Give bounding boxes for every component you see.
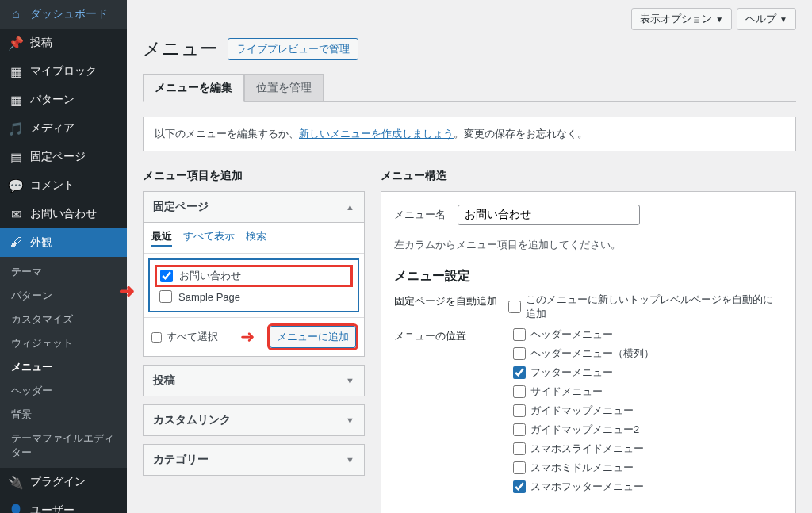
- tab-manage-locations[interactable]: 位置を管理: [244, 74, 324, 102]
- appearance-submenu: テーマ パターン カスタマイズ ウィジェット メニュー ヘッダー 背景 テーマフ…: [0, 257, 127, 468]
- sidebar-item-comments[interactable]: 💬コメント: [0, 171, 127, 200]
- page-item-sample[interactable]: Sample Page: [155, 287, 353, 306]
- sidebar-item-contact[interactable]: ✉お問い合わせ: [0, 200, 127, 228]
- acc-title: 固定ページ: [153, 200, 209, 214]
- subtab-recent[interactable]: 最近: [151, 229, 172, 247]
- submenu-patterns[interactable]: パターン: [0, 284, 127, 308]
- page-list: お問い合わせ Sample Page: [148, 258, 359, 312]
- screen-options-button[interactable]: 表示オプション▼: [631, 8, 732, 30]
- location-text: ヘッダーメニュー（横列）: [530, 346, 654, 361]
- mail-icon: ✉: [8, 206, 24, 222]
- sidebar-item-appearance[interactable]: 🖌外観: [0, 228, 127, 257]
- tab-edit-menus[interactable]: メニューを編集: [143, 74, 244, 102]
- location-item[interactable]: スマホミドルメニュー: [513, 461, 654, 475]
- sidebar-label: ダッシュボード: [30, 7, 108, 21]
- location-item[interactable]: フッターメニュー: [513, 366, 654, 380]
- live-preview-button[interactable]: ライブプレビューで管理: [228, 38, 358, 60]
- menu-structure-panel: メニュー名 左カラムからメニュー項目を追加してください。 メニュー設定 固定ペー…: [381, 191, 796, 513]
- subtab-all[interactable]: すべて表示: [183, 229, 235, 247]
- caret-down-icon: ▼: [346, 415, 354, 425]
- sidebar-item-myblocks[interactable]: ▦マイブロック: [0, 57, 127, 86]
- sidebar-label: お問い合わせ: [30, 207, 97, 221]
- sidebar-label: メディア: [30, 121, 75, 136]
- create-menu-link[interactable]: 新しいメニューを作成しましょう: [299, 128, 454, 140]
- sidebar-label: 固定ページ: [30, 150, 86, 164]
- submenu-widgets[interactable]: ウィジェット: [0, 331, 127, 355]
- select-all[interactable]: すべて選択: [151, 330, 218, 344]
- auto-add-label: 固定ページを自動追加: [394, 293, 500, 308]
- notice-text: 以下のメニューを編集するか、: [155, 128, 299, 140]
- location-checkbox[interactable]: [513, 347, 526, 360]
- page-title: メニュー: [143, 36, 218, 61]
- accordion-head-pages[interactable]: 固定ページ ▲: [144, 192, 364, 223]
- submenu-background[interactable]: 背景: [0, 403, 127, 427]
- location-list: ヘッダーメニュー ヘッダーメニュー（横列） フッターメニュー サイドメニュー ガ…: [513, 327, 654, 494]
- location-item[interactable]: ガイドマップメニュー: [513, 404, 654, 418]
- add-items-heading: メニュー項目を追加: [143, 169, 365, 183]
- sidebar-label: 投稿: [30, 36, 52, 50]
- location-item[interactable]: ヘッダーメニュー（横列）: [513, 346, 654, 361]
- sidebar-item-pages[interactable]: ▤固定ページ: [0, 143, 127, 171]
- sidebar-item-plugins[interactable]: 🔌プラグイン: [0, 468, 127, 496]
- caret-up-icon: ▲: [346, 202, 354, 212]
- arrow-annotation-icon: ➜: [119, 280, 135, 302]
- accordion-custom-links[interactable]: カスタムリンク▼: [143, 404, 365, 436]
- submenu-customize[interactable]: カスタマイズ: [0, 308, 127, 331]
- submenu-menus[interactable]: メニュー: [0, 355, 127, 379]
- location-item[interactable]: ヘッダーメニュー: [513, 327, 654, 342]
- location-text: スマホスライドメニュー: [530, 442, 644, 456]
- menu-name-label: メニュー名: [394, 208, 450, 222]
- subtab-search[interactable]: 検索: [246, 229, 266, 247]
- submenu-theme-editor[interactable]: テーマファイルエディター: [0, 427, 127, 465]
- page-checkbox-sample[interactable]: [159, 290, 172, 303]
- page-label: お問い合わせ: [179, 269, 241, 283]
- location-item[interactable]: スマホスライドメニュー: [513, 442, 654, 456]
- acc-title: カスタムリンク: [153, 413, 231, 427]
- accordion-categories[interactable]: カテゴリー▼: [143, 444, 365, 476]
- submenu-header[interactable]: ヘッダー: [0, 379, 127, 403]
- location-item[interactable]: サイドメニュー: [513, 385, 654, 399]
- location-checkbox[interactable]: [513, 385, 526, 398]
- sidebar-label: コメント: [30, 178, 75, 193]
- sidebar-item-media[interactable]: 🎵メディア: [0, 114, 127, 143]
- location-item[interactable]: スマホフッターメニュー: [513, 480, 654, 494]
- sidebar-label: パターン: [30, 93, 75, 107]
- location-checkbox[interactable]: [513, 423, 526, 436]
- location-checkbox[interactable]: [513, 442, 526, 455]
- select-all-checkbox[interactable]: [151, 332, 162, 343]
- sidebar-label: ユーザー: [30, 503, 75, 513]
- location-checkbox[interactable]: [513, 404, 526, 417]
- location-text: スマホミドルメニュー: [530, 461, 634, 475]
- location-text: ガイドマップメニュー2: [530, 423, 639, 437]
- nav-tabs: メニューを編集 位置を管理: [143, 74, 796, 102]
- location-text: フッターメニュー: [530, 366, 613, 380]
- plug-icon: 🔌: [8, 474, 24, 490]
- sidebar-item-users[interactable]: 👤ユーザー: [0, 496, 127, 513]
- page-checkbox-contact[interactable]: [160, 270, 173, 282]
- location-checkbox[interactable]: [513, 328, 526, 341]
- add-to-menu-button[interactable]: メニューに追加: [270, 326, 356, 348]
- caret-down-icon: ▼: [346, 455, 354, 465]
- sidebar-item-patterns[interactable]: ▦パターン: [0, 86, 127, 114]
- select-all-label: すべて選択: [167, 330, 218, 344]
- location-checkbox[interactable]: [513, 366, 526, 379]
- acc-title: カテゴリー: [153, 453, 209, 467]
- sidebar-label: マイブロック: [30, 64, 97, 78]
- sidebar-item-posts[interactable]: 📌投稿: [0, 29, 127, 57]
- location-label: メニューの位置: [394, 327, 505, 343]
- notice-text: 。変更の保存をお忘れなく。: [454, 128, 588, 140]
- sidebar-item-dashboard[interactable]: ⌂ダッシュボード: [0, 0, 127, 29]
- menu-name-input[interactable]: [458, 205, 640, 225]
- accordion-posts[interactable]: 投稿▼: [143, 365, 365, 396]
- grid-icon: ▦: [8, 63, 24, 79]
- location-checkbox[interactable]: [513, 461, 526, 474]
- auto-add-check[interactable]: このメニューに新しいトップレベルページを自動的に追加: [508, 293, 783, 321]
- user-icon: 👤: [8, 503, 24, 513]
- submenu-themes[interactable]: テーマ: [0, 260, 127, 284]
- page-item-contact[interactable]: お問い合わせ: [155, 265, 353, 287]
- location-checkbox[interactable]: [513, 480, 526, 493]
- location-item[interactable]: ガイドマップメニュー2: [513, 423, 654, 437]
- info-notice: 以下のメニューを編集するか、新しいメニューを作成しましょう。変更の保存をお忘れな…: [143, 117, 796, 151]
- auto-add-checkbox[interactable]: [508, 301, 520, 313]
- help-button[interactable]: ヘルプ▼: [737, 8, 796, 30]
